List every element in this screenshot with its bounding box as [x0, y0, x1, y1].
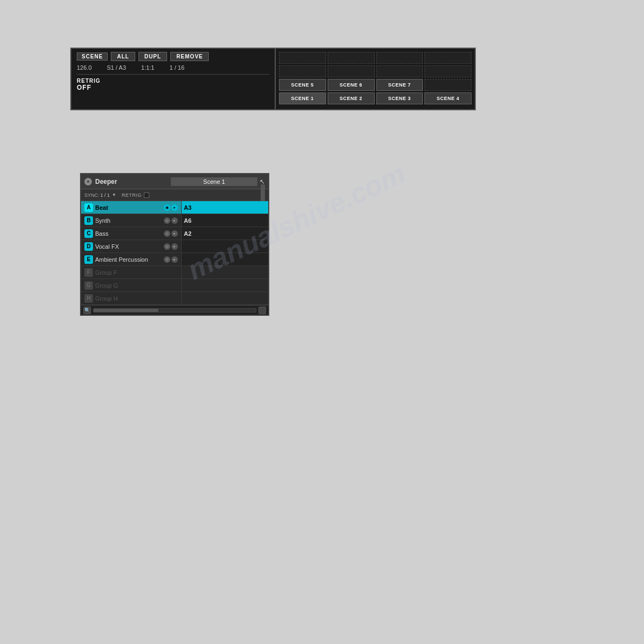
track-name-g: Group G	[95, 282, 178, 289]
track-left-f: F Group F	[81, 266, 181, 278]
scene7-button[interactable]: SCENE 7	[376, 79, 423, 91]
track-row-c[interactable]: C Bass ◎ ▸ A2	[81, 227, 268, 240]
search-icon[interactable]: 🔍	[83, 307, 91, 314]
empty-cell-4	[424, 52, 472, 64]
empty-cell-7	[376, 65, 423, 77]
track-icon-play-b[interactable]: ▸	[171, 217, 178, 224]
session-header: ● Deeper Scene 1 ↖	[81, 174, 268, 189]
sync-arrow[interactable]: ▼	[112, 192, 116, 197]
all-button[interactable]: ALL	[111, 52, 135, 61]
scene-grid-empty-row1	[279, 52, 472, 64]
track-left-b: B Synth ◎ ▸	[81, 214, 181, 227]
scene-name-header[interactable]: Scene 1	[171, 177, 257, 186]
track-icons-e: ◎ ▸	[164, 256, 178, 263]
scene-title-label: SCENE	[77, 52, 108, 61]
track-name-e: Ambient Percussion	[95, 256, 162, 263]
clip-label-a: A3	[184, 204, 191, 211]
scene6-button[interactable]: SCENE 6	[328, 79, 375, 91]
track-right-b[interactable]: A6	[181, 214, 268, 227]
scroll-end[interactable]	[258, 307, 266, 314]
sync-label: SYNC:	[84, 192, 99, 198]
track-row-g[interactable]: G Group G	[81, 279, 268, 292]
track-left-g: G Group G	[81, 279, 181, 291]
empty-cell-5	[279, 65, 326, 77]
track-left-e: E Ambient Percussion ◎ ▸	[81, 253, 181, 265]
empty-cell-9	[424, 79, 472, 91]
session-icon: ●	[84, 178, 92, 185]
track-letter-g: G	[84, 281, 93, 290]
retrig-checkbox[interactable]	[144, 192, 149, 198]
scene1-button[interactable]: SCENE 1	[279, 92, 326, 104]
track-icon-play-a[interactable]: ▸	[171, 204, 178, 211]
track-icon-loop-b[interactable]: ◎	[164, 217, 170, 224]
track-icon-loop-c[interactable]: ◎	[164, 230, 170, 237]
top-panel: SCENE ALL DUPL REMOVE 126.0 S1 / A3 1:1:…	[70, 48, 476, 110]
track-row-h[interactable]: H Group H	[81, 292, 268, 305]
scene4-button[interactable]: SCENE 4	[424, 92, 472, 104]
track-right-e[interactable]	[181, 253, 268, 265]
track-letter-a: A	[84, 203, 93, 212]
bpm-value: 126.0	[77, 64, 92, 71]
track-name-f: Group F	[95, 269, 178, 276]
scroll-track[interactable]	[93, 308, 256, 313]
track-list: A Beat ◉ ▸ A3 B Synth ◎ ▸	[81, 201, 268, 305]
track-icon-loop-e[interactable]: ◎	[164, 256, 170, 263]
track-name-c: Bass	[95, 230, 162, 237]
retrig-label: RETRIG	[77, 78, 269, 84]
track-letter-d: D	[84, 242, 93, 251]
retrig-section: RETRIG OFF	[77, 75, 269, 91]
track-row-e[interactable]: E Ambient Percussion ◎ ▸	[81, 253, 268, 266]
time-value: 1:1:1	[141, 64, 154, 71]
track-right-d[interactable]	[181, 240, 268, 253]
scene-grid-row5: SCENE 5 SCENE 6 SCENE 7	[279, 79, 472, 91]
scene-grid-box: SCENE 5 SCENE 6 SCENE 7 SCENE 1 SCENE 2 …	[276, 48, 476, 110]
track-left-h: H Group H	[81, 292, 181, 304]
track-letter-h: H	[84, 294, 93, 303]
sync-value[interactable]: 1 / 1	[101, 192, 110, 198]
track-right-a[interactable]: A3	[181, 201, 268, 214]
track-right-h	[181, 292, 268, 304]
dupl-button[interactable]: DUPL	[138, 52, 167, 61]
track-letter-b: B	[84, 216, 93, 225]
scene3-button[interactable]: SCENE 3	[376, 92, 423, 104]
track-icon-loop-a[interactable]: ◉	[164, 204, 170, 211]
track-icon-play-d[interactable]: ▸	[171, 243, 178, 250]
empty-cell-3	[376, 52, 423, 64]
scene-box: SCENE ALL DUPL REMOVE 126.0 S1 / A3 1:1:…	[70, 48, 276, 110]
track-name-h: Group H	[95, 295, 178, 302]
scene2-button[interactable]: SCENE 2	[328, 92, 375, 104]
retrig-value: OFF	[77, 84, 269, 91]
scroll-thumb	[94, 309, 158, 312]
track-name-a: Beat	[95, 204, 162, 211]
track-row-d[interactable]: D Vocal FX ◎ ▸	[81, 240, 268, 253]
track-icons-a: ◉ ▸	[164, 204, 178, 211]
track-row-a[interactable]: A Beat ◉ ▸ A3	[81, 201, 268, 214]
track-icons-d: ◎ ▸	[164, 243, 178, 250]
retrig-toolbar-label: RETRIG	[122, 192, 142, 198]
track-name-d: Vocal FX	[95, 243, 162, 250]
track-icon-loop-d[interactable]: ◎	[164, 243, 170, 250]
track-letter-c: C	[84, 229, 93, 238]
empty-cell-2	[328, 52, 375, 64]
track-name-b: Synth	[95, 217, 162, 224]
track-icons-b: ◎ ▸	[164, 217, 178, 224]
position-value: S1 / A3	[107, 64, 126, 71]
scene-grid-row1: SCENE 1 SCENE 2 SCENE 3 SCENE 4	[279, 92, 472, 104]
session-title: Deeper	[95, 178, 171, 185]
scene5-button[interactable]: SCENE 5	[279, 79, 326, 91]
track-row-f[interactable]: F Group F	[81, 266, 268, 279]
empty-cell-8	[424, 65, 472, 77]
fraction-value: 1 / 16	[169, 64, 184, 71]
track-icon-play-e[interactable]: ▸	[171, 256, 178, 263]
track-icons-c: ◎ ▸	[164, 230, 178, 237]
track-left-d: D Vocal FX ◎ ▸	[81, 240, 181, 253]
track-row-b[interactable]: B Synth ◎ ▸ A6	[81, 214, 268, 227]
track-right-g	[181, 279, 268, 291]
remove-button[interactable]: REMOVE	[170, 52, 209, 61]
session-toolbar: SYNC: 1 / 1 ▼ RETRIG	[81, 189, 268, 201]
scene-header: SCENE ALL DUPL REMOVE	[77, 52, 269, 61]
track-right-c[interactable]: A2	[181, 227, 268, 240]
empty-cell-6	[328, 65, 375, 77]
track-icon-play-c[interactable]: ▸	[171, 230, 178, 237]
track-right-f	[181, 266, 268, 278]
